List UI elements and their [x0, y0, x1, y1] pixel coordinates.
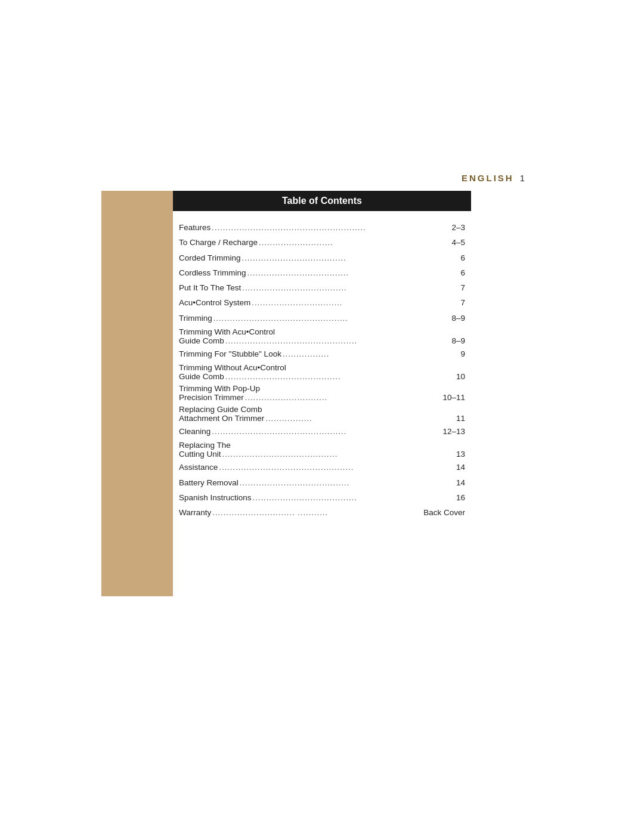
toc-page: 6 [460, 267, 465, 279]
toc-dots: ................. [265, 414, 455, 423]
toc-dots: ........................................… [212, 222, 450, 234]
toc-line1: Replacing Guide Comb [179, 405, 465, 414]
toc-row-battery: Battery Removal ........................… [179, 477, 465, 489]
toc-row-test: Put It To The Test .....................… [179, 282, 465, 294]
toc-row-cordless: Cordless Trimming ......................… [179, 267, 465, 279]
toc-page: 8–9 [451, 312, 465, 324]
toc-dots: ........................................… [219, 462, 455, 473]
toc-page: 11 [456, 414, 465, 423]
toc-dots: ................................. [252, 297, 459, 309]
toc-label: Guide Comb [179, 372, 224, 381]
toc-dots: ................. [283, 348, 460, 360]
toc-label: Corded Trimming [179, 252, 241, 264]
toc-page: 14 [456, 462, 465, 473]
toc-page: 6 [460, 252, 465, 264]
toc-row-acu-control: Acu•Control System .....................… [179, 297, 465, 309]
toc-row-stubble: Trimming For "Stubble" Look ............… [179, 348, 465, 360]
toc-row-cleaning: Cleaning ...............................… [179, 426, 465, 438]
toc-dots: ........................................… [225, 372, 455, 381]
toc-row-replacing-cutting: Replacing The Cutting Unit .............… [179, 441, 465, 459]
page-number: 1 [520, 173, 525, 183]
sidebar-decoration [101, 191, 173, 596]
toc-dots: ........................... [259, 237, 450, 249]
toc-label: Attachment On Trimmer [179, 414, 264, 423]
toc-dots: ........................................… [222, 450, 455, 459]
toc-line1: Replacing The [179, 441, 465, 450]
toc-row-charge: To Charge / Recharge ...................… [179, 237, 465, 249]
toc-label: To Charge / Recharge [179, 237, 258, 249]
toc-page: 8–9 [451, 336, 465, 345]
toc-label: Battery Removal [179, 477, 239, 489]
toc-line1: Trimming With Acu•Control [179, 327, 465, 336]
toc-row-features: Features ...............................… [179, 222, 465, 234]
toc-label: Trimming For "Stubble" Look [179, 348, 281, 360]
toc-dots: ........................................… [225, 336, 451, 345]
toc-row-spanish: Spanish Instructions ...................… [179, 492, 465, 504]
toc-label: Assistance [179, 462, 218, 473]
toc-page: 7 [460, 297, 465, 309]
toc-dots: ...................................... [242, 282, 459, 294]
toc-dots: ........................................… [213, 312, 451, 324]
toc-page: 2–3 [451, 222, 465, 234]
toc-page: 13 [456, 450, 465, 459]
toc-dots: ........................................ [240, 477, 455, 489]
toc-row-without-acu: Trimming Without Acu•Control Guide Comb … [179, 363, 465, 381]
toc-line1: Trimming With Pop-Up [179, 384, 465, 393]
toc-label: Warranty [179, 507, 211, 519]
toc-label: Acu•Control System [179, 297, 250, 309]
toc-page: 4–5 [451, 237, 465, 249]
toc-row-warranty: Warranty .............................. … [179, 507, 465, 519]
toc-items: Features ...............................… [173, 222, 471, 519]
toc-row-corded: Corded Trimming ........................… [179, 252, 465, 264]
toc-label: Precision Trimmer [179, 393, 244, 402]
toc-page: Back Cover [423, 507, 465, 519]
toc-row-trimming: Trimming ...............................… [179, 312, 465, 324]
toc-label: Cleaning [179, 426, 210, 438]
toc-page: 9 [460, 348, 465, 360]
toc-row-popup: Trimming With Pop-Up Precision Trimmer .… [179, 384, 465, 402]
toc-line1: Trimming Without Acu•Control [179, 363, 465, 372]
toc-row-assistance: Assistance .............................… [179, 462, 465, 473]
toc-page: 14 [456, 477, 465, 489]
toc-page: 10–11 [442, 393, 465, 402]
toc-row-acu-guide: Trimming With Acu•Control Guide Comb ...… [179, 327, 465, 345]
toc-label: Put It To The Test [179, 282, 241, 294]
page: ENGLISH 1 Table of Contents Features ...… [0, 0, 644, 833]
toc-dots: ........................................… [212, 426, 441, 438]
toc-label: Cutting Unit [179, 450, 221, 459]
toc-label: Guide Comb [179, 336, 224, 345]
toc-page: 16 [456, 492, 465, 504]
toc-label: Cordless Trimming [179, 267, 246, 279]
toc-dots: .............................. [245, 393, 442, 402]
toc-dots: ...................................... [242, 252, 460, 264]
toc-page: 12–13 [442, 426, 465, 438]
toc-header: Table of Contents [173, 191, 471, 211]
toc-dots: ...................................... [253, 492, 455, 504]
toc-label: Features [179, 222, 210, 234]
english-label: ENGLISH 1 [462, 173, 525, 183]
toc-label: Trimming [179, 312, 212, 324]
toc-dots: ..................................... [247, 267, 460, 279]
toc-label: Spanish Instructions [179, 492, 252, 504]
toc-page: 7 [460, 282, 465, 294]
toc-row-replacing-guide: Replacing Guide Comb Attachment On Trimm… [179, 405, 465, 423]
toc-dots: .............................. .........… [212, 507, 422, 519]
english-text: ENGLISH [462, 173, 514, 183]
toc-page: 10 [456, 372, 465, 381]
table-of-contents: Table of Contents Features .............… [173, 191, 471, 522]
